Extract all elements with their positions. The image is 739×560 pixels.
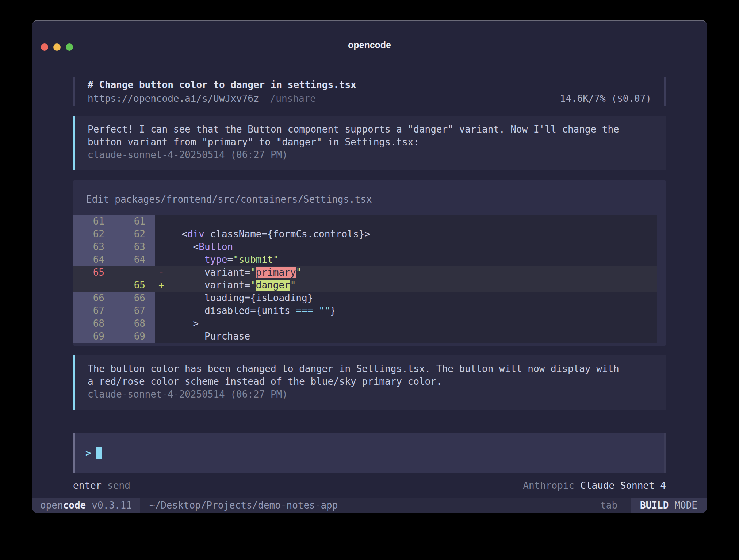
app-window: opencode # Change button color to danger…	[32, 20, 707, 513]
model-indicator: AnthropicClaude Sonnet 4	[523, 479, 666, 492]
diff-row-deleted: 65- variant="primary"	[73, 266, 657, 279]
input-hints-row: entersend AnthropicClaude Sonnet 4	[73, 479, 666, 492]
close-button[interactable]	[41, 43, 48, 51]
traffic-lights	[41, 43, 73, 51]
diff-marker-minus: -	[155, 266, 170, 279]
diff-row: 6161	[73, 215, 657, 228]
app-version: v0.3.11	[92, 499, 132, 512]
code-line: type="submit"	[170, 253, 657, 266]
diff-marker	[155, 292, 170, 304]
chat-input[interactable]: >	[73, 433, 666, 473]
old-line-number: 66	[73, 292, 114, 304]
share-url[interactable]: https://opencode.ai/s/UwJxv76z	[88, 93, 259, 104]
diff-marker	[155, 215, 170, 228]
new-line-number	[114, 266, 155, 279]
old-line-number	[73, 279, 114, 292]
edit-tool-card: Edit packages/frontend/src/containers/Se…	[73, 180, 666, 346]
diff-row: 6666 loading={isLoading}	[73, 292, 657, 304]
code-line: variant="danger"	[170, 279, 657, 292]
code-line: loading={isLoading}	[170, 292, 657, 304]
text-cursor	[96, 447, 102, 459]
brand-open: open	[40, 499, 63, 512]
new-line-number: 69	[114, 330, 155, 343]
send-action-label: send	[107, 480, 130, 491]
diff-marker	[155, 253, 170, 266]
code-line: >	[170, 317, 657, 330]
session-subline: https://opencode.ai/s/UwJxv76z/unshare 1…	[88, 92, 651, 106]
old-line-number: 61	[73, 215, 114, 228]
code-line: <div className={formCs.controls}>	[170, 228, 657, 241]
model-timestamp: claude-sonnet-4-20250514 (06:27 PM)	[88, 388, 654, 401]
added-value-highlight: danger	[256, 280, 290, 291]
diff-row: 6969 Purchase	[73, 330, 657, 343]
model-name: Claude Sonnet 4	[580, 480, 666, 491]
mode-build-label: BUILD	[640, 499, 669, 512]
diff-marker	[155, 241, 170, 253]
new-line-number: 68	[114, 317, 155, 330]
diff-row: 6363 <Button	[73, 241, 657, 253]
session-links: https://opencode.ai/s/UwJxv76z/unshare	[88, 92, 316, 106]
new-line-number: 67	[114, 304, 155, 317]
new-line-number: 66	[114, 292, 155, 304]
new-line-number: 63	[114, 241, 155, 253]
diff-row: 6262 <div className={formCs.controls}>	[73, 228, 657, 241]
code-line: disabled={units === ""}	[170, 304, 657, 317]
diff-view: 6161 6262 <div className={formCs.control…	[73, 215, 657, 343]
old-line-number: 63	[73, 241, 114, 253]
old-line-number: 68	[73, 317, 114, 330]
enter-key-hint: enter	[73, 480, 102, 491]
code-line	[170, 215, 657, 228]
edit-file-path: Edit packages/frontend/src/containers/Se…	[73, 193, 666, 206]
old-line-number: 69	[73, 330, 114, 343]
working-directory: ~/Desktop/Projects/demo-notes-app	[140, 499, 600, 512]
new-line-number: 65	[114, 279, 155, 292]
diff-marker	[155, 330, 170, 343]
new-line-number: 61	[114, 215, 155, 228]
session-header: # Change button color to danger in setti…	[73, 77, 666, 106]
code-line: variant="primary"	[170, 266, 657, 279]
old-line-number: 62	[73, 228, 114, 241]
message-line: Perfect! I can see that the Button compo…	[88, 123, 654, 136]
send-hint: entersend	[73, 479, 130, 492]
new-line-number: 64	[114, 253, 155, 266]
assistant-message: Perfect! I can see that the Button compo…	[73, 116, 666, 170]
mode-badge[interactable]: BUILDMODE	[631, 498, 707, 513]
brand-code: code	[63, 499, 86, 512]
diff-row: 6464 type="submit"	[73, 253, 657, 266]
provider-name: Anthropic	[523, 480, 574, 491]
new-line-number: 62	[114, 228, 155, 241]
model-timestamp: claude-sonnet-4-20250514 (06:27 PM)	[88, 149, 654, 161]
old-line-number: 65	[73, 266, 114, 279]
code-line: <Button	[170, 241, 657, 253]
message-line: button variant from "primary" to "danger…	[88, 136, 654, 149]
old-line-number: 67	[73, 304, 114, 317]
minimize-button[interactable]	[53, 43, 61, 51]
token-cost-stats: 14.6K/7% ($0.07)	[560, 92, 651, 106]
code-line: Purchase	[170, 330, 657, 343]
unshare-command[interactable]: /unshare	[270, 93, 316, 104]
zoom-button[interactable]	[66, 43, 73, 51]
old-line-number: 64	[73, 253, 114, 266]
message-line: The button color has been changed to dan…	[88, 363, 654, 375]
mode-word-label: MODE	[674, 499, 697, 512]
window-title: opencode	[348, 39, 391, 51]
diff-marker-plus: +	[155, 279, 170, 292]
diff-row-added: 65+ variant="danger"	[73, 279, 657, 292]
session-content: # Change button color to danger in setti…	[32, 77, 707, 492]
diff-row: 6767 disabled={units === ""}	[73, 304, 657, 317]
diff-row: 6868 >	[73, 317, 657, 330]
diff-marker	[155, 228, 170, 241]
message-line: a red/rose color scheme instead of the b…	[88, 375, 654, 388]
prompt-symbol: >	[85, 447, 91, 460]
status-bar: opencodev0.3.11 ~/Desktop/Projects/demo-…	[32, 498, 707, 513]
titlebar: opencode	[32, 21, 707, 57]
diff-marker	[155, 317, 170, 330]
assistant-message: The button color has been changed to dan…	[73, 355, 666, 410]
deleted-value-highlight: primary	[256, 267, 296, 278]
session-title: # Change button color to danger in setti…	[88, 78, 651, 92]
app-version-badge: opencodev0.3.11	[32, 498, 140, 513]
diff-marker	[155, 304, 170, 317]
tab-key-hint: tab	[600, 499, 617, 512]
